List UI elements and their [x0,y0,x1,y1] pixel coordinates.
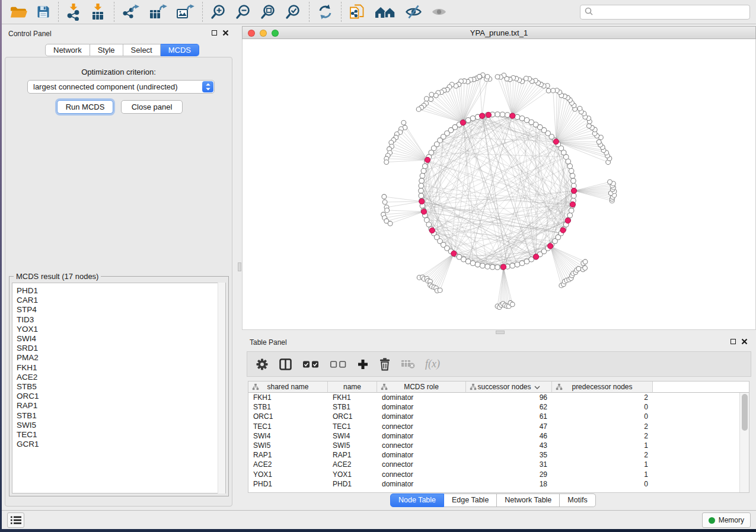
column-header-shared-name[interactable]: shared name [248,382,328,393]
tab-style[interactable]: Style [90,44,123,56]
column-header-MCDS-role[interactable]: MCDS role [377,382,466,393]
tab-node-table[interactable]: Node Table [390,493,444,507]
table-row[interactable]: TEC1TEC1connector472 [248,422,739,431]
tab-motifs[interactable]: Motifs [560,493,595,507]
close-panel-icon[interactable] [222,30,229,36]
refresh-view-icon[interactable] [317,4,333,20]
optimization-criterion-label: Optimization criterion: [5,68,232,76]
mcds-result-item[interactable]: FKH1 [12,363,225,373]
mcds-result-group: MCDS result (17 nodes) PHD1CAR1STP4TID3Y… [9,276,229,496]
table-row[interactable]: SWI5SWI5connector431 [248,441,739,450]
mcds-result-item[interactable]: ACE2 [12,373,225,382]
search-box[interactable] [580,5,750,20]
export-network-icon[interactable] [122,4,140,20]
import-network-icon[interactable] [66,4,81,21]
network-canvas[interactable] [242,39,756,330]
zoom-selected-icon[interactable] [285,4,301,20]
table-row[interactable]: PHD1PHD1dominator180 [248,479,739,489]
cell-shared-name: FKH1 [248,393,328,402]
table-scrollbar-thumb[interactable] [742,394,748,431]
export-image-icon[interactable] [176,4,194,20]
mcds-result-item[interactable]: STB5 [12,382,225,392]
show-columns-icon[interactable] [279,358,292,371]
table-row[interactable]: SWI4SWI4dominator462 [248,431,739,441]
add-row-icon[interactable] [357,358,369,370]
hide-selected-icon[interactable] [405,5,422,19]
close-panel-button[interactable]: Close panel [121,100,183,114]
cell-shared-name: ACE2 [248,460,328,469]
table-row[interactable]: STB1STB1dominator620 [248,402,739,412]
mcds-result-item[interactable]: GCR1 [12,440,225,449]
zoom-fit-icon[interactable] [260,4,276,20]
mcds-result-item[interactable]: PMA2 [12,353,225,363]
cell-filler [653,422,739,431]
zoom-in-icon[interactable] [210,4,227,20]
column-header-successor-nodes[interactable]: successor nodes [466,382,552,393]
table-row[interactable]: YOX1YOX1connector291 [248,470,739,479]
clone-network-icon[interactable] [349,4,365,20]
mcds-result-item[interactable]: ORC1 [12,392,225,401]
vertical-split-handle[interactable] [238,262,241,271]
cell-predecessor-nodes: 0 [552,479,653,489]
search-input[interactable] [596,8,746,16]
toolbar-groups [2,0,455,24]
tab-mcds[interactable]: MCDS [161,44,199,56]
table-row[interactable]: FKH1FKH1dominator962 [248,393,739,402]
tab-network-table[interactable]: Network Table [497,493,560,507]
zoom-out-icon[interactable] [235,4,251,20]
mcds-result-item[interactable]: RAP1 [12,401,225,411]
column-header-predecessor-nodes[interactable]: predecessor nodes [552,382,653,393]
column-label: predecessor nodes [572,383,632,391]
panel-toggle-button[interactable] [7,512,24,528]
run-mcds-button[interactable]: Run MCDS [57,100,113,114]
mcds-result-item[interactable]: YOX1 [12,325,225,334]
tab-select[interactable]: Select [123,44,161,56]
column-label: name [343,383,361,391]
mcds-result-item[interactable]: PHD1 [12,286,225,296]
window-maximize-icon[interactable] [272,30,279,37]
cell-predecessor-nodes: 2 [552,450,653,460]
table-settings-icon[interactable] [256,358,269,371]
show-all-icon[interactable] [431,6,447,18]
mcds-result-item[interactable]: STP4 [12,305,225,315]
mcds-result-item[interactable]: SRD1 [12,344,225,353]
horizontal-split-handle[interactable] [496,331,505,334]
window-minimize-icon[interactable] [260,30,267,37]
optimization-criterion-select[interactable]: largest connected component (undirected) [27,80,215,94]
status-bar: Memory [2,510,756,529]
open-session-icon[interactable] [9,4,27,20]
mcds-result-item[interactable]: TID3 [12,315,225,325]
float-panel-icon[interactable] [212,30,217,36]
column-label: shared name [267,383,308,391]
mcds-result-item[interactable]: STB1 [12,411,225,421]
mcds-result-scrollbar[interactable] [218,283,225,493]
close-table-panel-icon[interactable] [741,338,748,345]
table-row[interactable]: RAP1RAP1dominator352 [248,450,739,460]
memory-button[interactable]: Memory [702,512,751,528]
mcds-result-item[interactable]: TEC1 [12,430,225,440]
export-table-icon[interactable] [149,4,167,20]
tab-network[interactable]: Network [45,44,90,56]
mcds-result-item[interactable]: CAR1 [12,296,225,305]
float-table-panel-icon[interactable] [731,339,736,344]
first-neighbors-icon[interactable] [374,5,396,19]
delete-row-icon[interactable] [379,357,391,371]
tab-edge-table[interactable]: Edge Table [444,493,497,507]
save-session-icon[interactable] [36,5,50,19]
cell-successor-nodes: 46 [466,431,552,441]
control-panel: Control Panel NetworkStyleSelectMCDS Opt… [2,24,237,510]
cell-successor-nodes: 96 [466,393,552,402]
column-header-name[interactable]: name [328,382,377,393]
import-table-icon[interactable] [90,4,106,21]
deselect-all-icon[interactable] [330,360,347,369]
mcds-result-item[interactable]: SWI5 [12,421,225,430]
cell-name: PHD1 [328,479,377,489]
window-close-icon[interactable] [248,30,255,37]
select-all-icon[interactable] [302,360,320,369]
table-row[interactable]: ACE2ACE2connector311 [248,460,739,469]
mcds-result-item[interactable]: SWI4 [12,334,225,344]
table-scrollbar[interactable] [739,393,749,492]
horizontal-split-divider [242,330,756,335]
cell-filler [653,450,739,460]
table-row[interactable]: ORC1ORC1dominator610 [248,412,739,421]
